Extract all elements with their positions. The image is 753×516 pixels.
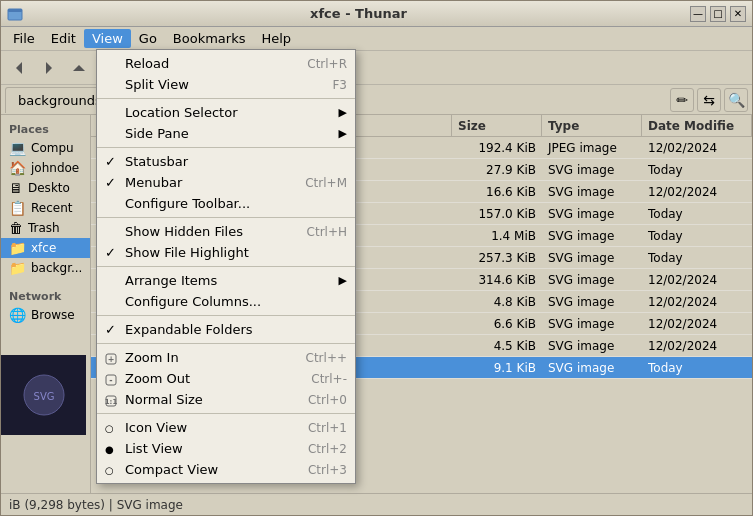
sidebar-item-label: xfce [31,241,56,255]
menu-item-normal-size[interactable]: 1:1 Normal Size Ctrl+0 [97,389,355,410]
places-section-label: Places [1,119,90,138]
sidebar: Places 💻 Compu 🏠 johndoe 🖥 Deskto 📋 Rece… [1,115,91,493]
window-controls: — □ ✕ [690,6,746,22]
sidebar-item-backgrounds[interactable]: 📁 backgr... [1,258,90,278]
app-icon [7,6,23,22]
edit-button[interactable]: ✏ [670,88,694,112]
home-icon: 🏠 [9,160,26,176]
sidebar-item-label: Compu [31,141,74,155]
forward-button[interactable] [35,54,63,82]
menu-sep-2 [97,147,355,148]
arrange-arrow: ▶ [339,274,347,287]
menu-item-zoom-out[interactable]: - Zoom Out Ctrl+- [97,368,355,389]
menu-item-compact-view[interactable]: Compact View Ctrl+3 [97,459,355,480]
zoomout-icon-wrap: - [105,371,117,386]
network-icon: 🌐 [9,307,26,323]
menu-go[interactable]: Go [131,29,165,48]
menu-item-icon-view[interactable]: Icon View Ctrl+1 [97,417,355,438]
view-menu-dropdown: Reload Ctrl+R Split View F3 Location Sel… [96,49,356,484]
status-text: iB (9,298 bytes) | SVG image [9,498,183,512]
sidebar-item-label: backgr... [31,261,82,275]
col-header-size[interactable]: Size [452,115,542,136]
menu-sep-6 [97,343,355,344]
col-header-date[interactable]: Date Modifie [642,115,752,136]
close-button[interactable]: ✕ [730,6,746,22]
addressbar-end: ✏ ⇆ 🔍 [670,88,748,112]
listview-radio [105,441,114,456]
sidebar-item-trash[interactable]: 🗑 Trash [1,218,90,238]
highlight-check [105,245,116,260]
sidebar-item-label: Browse [31,308,75,322]
menu-item-arrange[interactable]: Arrange Items ▶ [97,270,355,291]
menu-item-zoom-in[interactable]: + Zoom In Ctrl++ [97,347,355,368]
menu-item-location-selector[interactable]: Location Selector ▶ [97,102,355,123]
sidebar-item-label: Trash [28,221,60,235]
sidepane-arrow: ▶ [339,127,347,140]
menu-item-show-highlight[interactable]: Show File Highlight [97,242,355,263]
folder2-icon: 📁 [9,260,26,276]
svg-text:1:1: 1:1 [105,398,117,406]
col-header-type[interactable]: Type [542,115,642,136]
sidebar-item-label: Recent [31,201,72,215]
sidebar-item-home[interactable]: 🏠 johndoe [1,158,90,178]
menu-item-expandable-folders[interactable]: Expandable Folders [97,319,355,340]
sidebar-item-recent[interactable]: 📋 Recent [1,198,90,218]
up-button[interactable] [65,54,93,82]
menu-help[interactable]: Help [253,29,299,48]
file-thumbnail: SVG [1,355,86,435]
menu-item-configure-toolbar[interactable]: Configure Toolbar... [97,193,355,214]
sidebar-item-label: johndoe [31,161,79,175]
svg-text:+: + [108,355,115,364]
normal-icon-wrap: 1:1 [105,392,117,407]
compactview-radio [105,462,114,477]
menu-sep-7 [97,413,355,414]
menubar: File Edit View Go Bookmarks Help [1,27,752,51]
menu-item-list-view[interactable]: List View Ctrl+2 [97,438,355,459]
menu-item-configure-columns[interactable]: Configure Columns... [97,291,355,312]
svg-text:SVG: SVG [33,391,54,402]
svg-rect-1 [8,9,22,12]
menu-sep-4 [97,266,355,267]
menu-file[interactable]: File [5,29,43,48]
menu-sep-1 [97,98,355,99]
expandable-check [105,322,116,337]
menu-item-show-hidden[interactable]: Show Hidden Files Ctrl+H [97,221,355,242]
sidebar-item-desktop[interactable]: 🖥 Deskto [1,178,90,198]
network-section-label: Network [1,286,90,305]
desktop-icon: 🖥 [9,180,23,196]
back-button[interactable] [5,54,33,82]
location-arrow: ▶ [339,106,347,119]
menu-view[interactable]: View [84,29,131,48]
svg-marker-4 [73,65,85,71]
dropdown-menu: Reload Ctrl+R Split View F3 Location Sel… [96,49,356,484]
sidebar-item-label: Deskto [28,181,70,195]
statusbar-check [105,154,116,169]
zoomin-icon-wrap: + [105,350,117,365]
toggle-button[interactable]: ⇆ [697,88,721,112]
svg-marker-2 [16,62,22,74]
minimize-button[interactable]: — [690,6,706,22]
menubar-check [105,175,116,190]
window-title: xfce - Thunar [27,6,690,21]
sidebar-item-xfce[interactable]: 📁 xfce [1,238,90,258]
recent-icon: 📋 [9,200,26,216]
svg-marker-3 [46,62,52,74]
menu-item-statusbar[interactable]: Statusbar [97,151,355,172]
maximize-button[interactable]: □ [710,6,726,22]
menu-item-reload[interactable]: Reload Ctrl+R [97,53,355,74]
statusbar: iB (9,298 bytes) | SVG image [1,493,752,515]
menu-sep-3 [97,217,355,218]
menu-edit[interactable]: Edit [43,29,84,48]
sidebar-item-browse[interactable]: 🌐 Browse [1,305,90,325]
iconview-radio [105,420,114,435]
folder-icon: 📁 [9,240,26,256]
menu-bookmarks[interactable]: Bookmarks [165,29,254,48]
titlebar: xfce - Thunar — □ ✕ [1,1,752,27]
trash-icon: 🗑 [9,220,23,236]
menu-item-menubar[interactable]: Menubar Ctrl+M [97,172,355,193]
menu-item-side-pane[interactable]: Side Pane ▶ [97,123,355,144]
computer-icon: 💻 [9,140,26,156]
menu-item-split-view[interactable]: Split View F3 [97,74,355,95]
search-button[interactable]: 🔍 [724,88,748,112]
sidebar-item-computer[interactable]: 💻 Compu [1,138,90,158]
